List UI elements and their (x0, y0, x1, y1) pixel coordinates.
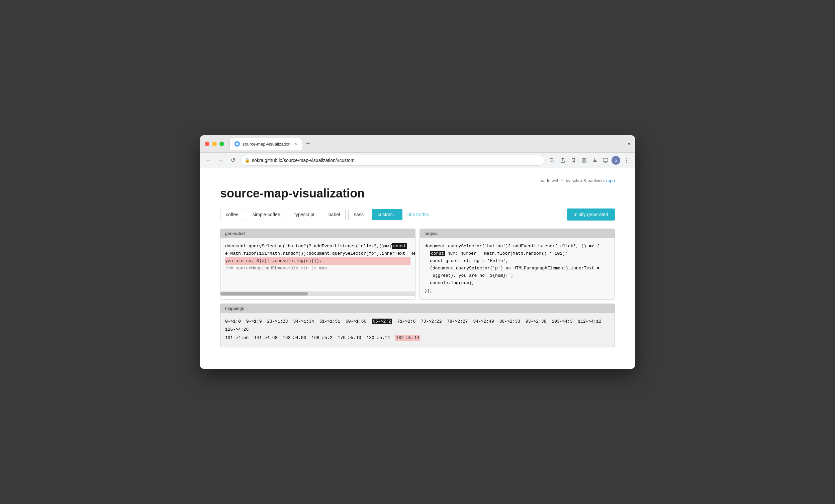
svg-rect-4 (585, 158, 586, 160)
mapping-5[interactable]: 60->1:60 (346, 319, 366, 324)
preset-btn-babel[interactable]: babel (323, 209, 346, 220)
scroll-thumb[interactable] (221, 292, 308, 296)
tab-title: source-map-visualization (243, 142, 291, 146)
cast-icon[interactable] (601, 156, 610, 165)
svg-rect-5 (582, 161, 584, 162)
mapping-14[interactable]: 112->4:12 (578, 319, 601, 324)
repo-link[interactable]: repo (606, 178, 615, 183)
share-icon[interactable] (558, 156, 567, 165)
mapping-2[interactable]: 23->1:23 (267, 319, 288, 324)
mapping-11[interactable]: 88->2:33 (500, 319, 520, 324)
lock-icon: 🔒 (245, 158, 250, 163)
generated-line-2: e=Math.floor(101*Math.random());document… (225, 250, 410, 257)
original-body[interactable]: document.querySelector('button')?.addEve… (420, 238, 614, 299)
const-highlight-2: const (430, 251, 445, 256)
search-icon[interactable] (547, 156, 557, 165)
url-bar[interactable]: 🔒 sokra.github.io/source-map-visualizati… (240, 155, 545, 166)
mapping-7[interactable]: 71->2:8 (398, 319, 416, 324)
generated-line-3: you are no. ${e}!`,console.log(e)}}); (225, 257, 410, 265)
svg-rect-3 (582, 158, 584, 160)
buttons-row: coffee simple-coffee typescript babel sa… (220, 208, 615, 221)
browser-window: source-map-visualization × + ▾ ← → ↺ 🔒 s… (200, 135, 635, 369)
mapping-22[interactable]: 182->5:14 (395, 335, 420, 341)
minify-generated-button[interactable]: minify generated (567, 208, 615, 221)
mapping-9[interactable]: 78->2:27 (447, 319, 468, 324)
toolbar-icons: S ⋮ (547, 156, 631, 165)
mapping-13[interactable]: 103->4:3 (552, 319, 572, 324)
extensions-icon[interactable] (579, 156, 589, 165)
svg-rect-7 (603, 158, 608, 162)
const-highlight: const (392, 243, 407, 249)
generated-header: generated (221, 229, 415, 238)
original-header: original (420, 229, 614, 238)
mappings-panel: mappings 0->1:0 9->1:9 23->1:23 34->1:34… (220, 304, 615, 347)
original-line-2: const num: number = Math.floor(Math.rand… (425, 250, 610, 257)
generated-line-1: document.querySelector("button")?.addEve… (225, 243, 410, 250)
svg-rect-6 (585, 161, 586, 162)
generated-body[interactable]: document.querySelector("button")?.addEve… (221, 238, 415, 291)
maximize-button[interactable] (220, 142, 224, 146)
tab-bar: source-map-visualization × + ▾ (229, 138, 630, 150)
mapping-16[interactable]: 131->4:56 (225, 335, 248, 340)
mappings-header: mappings (221, 304, 614, 313)
original-line-5: `${greet}, you are no. ${num}!`; (425, 272, 610, 279)
original-line-4: (document.querySelector('p') as HTMLPara… (425, 265, 610, 272)
mapping-12[interactable]: 93->2:38 (526, 319, 546, 324)
mapping-4[interactable]: 51->1:51 (320, 319, 340, 324)
tab-close-icon[interactable]: × (295, 142, 297, 146)
new-tab-button[interactable]: + (303, 140, 313, 147)
original-line-1: document.querySelector('button')?.addEve… (425, 243, 610, 250)
titlebar: source-map-visualization × + ▾ (200, 135, 635, 153)
reload-button[interactable]: ↺ (228, 156, 238, 165)
tab-dropdown-icon[interactable]: ▾ (628, 141, 630, 146)
mapping-6[interactable]: 65->2:2 (372, 319, 392, 324)
preset-btn-sass[interactable]: sass (348, 209, 369, 220)
menu-icon[interactable]: ⋮ (622, 156, 631, 165)
page-content: made with ♡ by sokra & paulirish. repo s… (200, 168, 635, 369)
close-button[interactable] (205, 142, 209, 146)
made-with: made with ♡ by sokra & paulirish. repo (220, 178, 615, 183)
active-tab[interactable]: source-map-visualization × (229, 138, 302, 150)
download-icon[interactable] (590, 156, 599, 165)
mappings-body: 0->1:0 9->1:9 23->1:23 34->1:34 51->1:51… (221, 313, 614, 347)
page-title: source-map-visualization (220, 186, 615, 200)
url-text: sokra.github.io/source-map-visualization… (252, 158, 540, 163)
code-panels: generated document.querySelector("button… (220, 228, 615, 300)
mapping-1[interactable]: 9->1:9 (246, 319, 262, 324)
address-bar: ← → ↺ 🔒 sokra.github.io/source-map-visua… (200, 153, 635, 168)
original-line-3: const greet: string = 'Hello'; (425, 257, 610, 265)
mapping-19[interactable]: 168->5:2 (311, 335, 332, 340)
back-button[interactable]: ← (204, 156, 213, 165)
mapping-3[interactable]: 34->1:34 (293, 319, 314, 324)
tab-favicon (235, 141, 240, 146)
preset-btn-simple-coffee[interactable]: simple-coffee (247, 209, 286, 220)
mapping-17[interactable]: 141->4:68 (254, 335, 277, 340)
mapping-18[interactable]: 163->4:93 (283, 335, 306, 340)
svg-point-1 (550, 158, 553, 161)
svg-point-0 (236, 143, 239, 145)
horizontal-scrollbar[interactable] (221, 291, 415, 296)
link-to-this[interactable]: Link to this (406, 212, 429, 217)
minimize-button[interactable] (212, 142, 217, 146)
preset-btn-custom[interactable]: custom... (372, 209, 403, 220)
bookmark-icon[interactable] (569, 156, 578, 165)
original-panel: original document.querySelector('button'… (420, 228, 615, 300)
svg-line-2 (553, 161, 554, 162)
forward-button[interactable]: → (216, 156, 225, 165)
original-line-6: console.log(num); (425, 279, 610, 287)
profile-icon[interactable]: S (612, 156, 620, 165)
preset-btn-typescript[interactable]: typescript (289, 209, 320, 220)
mapping-0[interactable]: 0->1:0 (225, 319, 241, 324)
mapping-15[interactable]: 126->4:26 (225, 327, 248, 332)
traffic-lights (205, 142, 224, 146)
mapping-10[interactable]: 84->2:49 (473, 319, 494, 324)
preset-btn-coffee[interactable]: coffee (220, 209, 244, 220)
generated-line-4: //# sourceMappingURL=example.min.js.map (225, 265, 410, 272)
mapping-21[interactable]: 180->5:14 (366, 335, 390, 340)
generated-panel: generated document.querySelector("button… (220, 228, 415, 300)
mapping-20[interactable]: 176->5:10 (338, 335, 361, 340)
original-line-7: }); (425, 287, 610, 295)
mapping-8[interactable]: 73->2:22 (421, 319, 442, 324)
